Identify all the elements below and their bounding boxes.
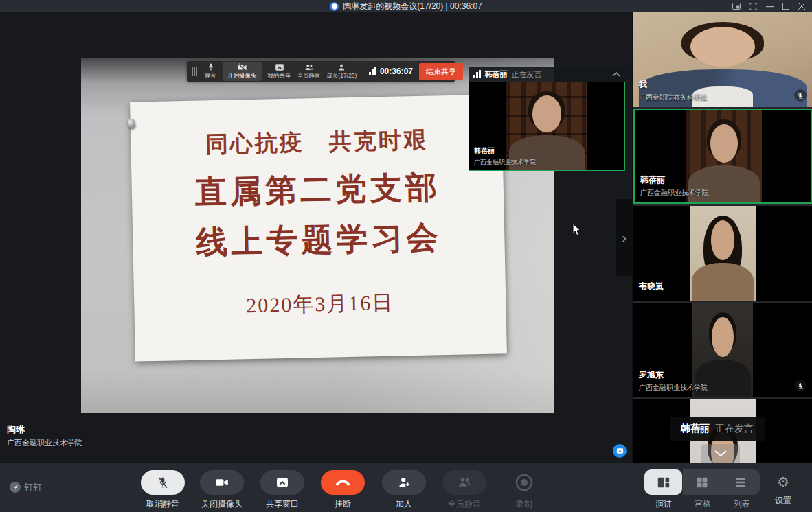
mute-all-button-footer[interactable]: 全员静音 [434, 470, 495, 510]
screen-share-badge-icon[interactable] [613, 444, 627, 458]
maximize-icon[interactable] [782, 3, 789, 10]
muted-mic-icon [794, 380, 807, 392]
scroll-down-chevron-icon[interactable] [701, 444, 740, 463]
mute-all-button[interactable]: 全员静音 [297, 63, 321, 80]
speaker-pip: 韩蓓丽 正在发言 韩蓓丽 广西金融职业技术学院 [469, 67, 625, 171]
settings-label: 设置 [764, 495, 802, 507]
pip-overlay-name: 韩蓓丽 [474, 146, 536, 156]
participant-tile[interactable]: 罗旭东 广西金融职业技术学院 [633, 303, 812, 397]
speaking-volume-icon [473, 70, 481, 78]
picture-in-picture-icon[interactable] [732, 3, 741, 10]
add-person-label: 加人 [374, 498, 434, 510]
title-bar: 陶琳发起的视频会议(17/20) | 00:36:07 [0, 0, 812, 12]
hang-up-button[interactable]: 挂断 [313, 470, 373, 510]
drag-handle-icon[interactable] [191, 67, 199, 76]
close-icon[interactable] [798, 3, 805, 10]
participant-name: 我 [639, 79, 708, 91]
participant-info: 罗旭东 广西金融职业技术学院 [639, 369, 708, 393]
brand-label: 钉钉 [24, 481, 42, 493]
participant-info: 韦晓岚 [639, 281, 664, 292]
members-button[interactable]: 成员(17/20) [327, 63, 357, 80]
participant-org: 广西金融职业技术学院 [639, 383, 708, 393]
grid-view-icon [696, 476, 708, 489]
participant-tile[interactable]: 韦晓岚 [633, 206, 812, 301]
participant-name: 韩蓓丽 [640, 174, 709, 186]
share-window-label: 共享窗口 [252, 498, 313, 510]
camera-icon [214, 477, 229, 488]
participant-name: 罗旭东 [639, 369, 708, 381]
minimize-icon[interactable] [766, 3, 774, 10]
mic-slash-icon [157, 476, 169, 489]
mute-button[interactable]: 静音 [205, 62, 216, 80]
record-icon [514, 472, 534, 493]
list-view-icon [734, 478, 747, 487]
view-list-option[interactable] [721, 469, 760, 495]
participant-sidebar: 我 广西金职院教务科研处 韩蓓丽 广西金融职业技术学院 韦晓岚 [633, 12, 812, 463]
pip-speaker-name: 韩蓓丽 [485, 69, 508, 80]
settings-button[interactable]: ⚙ 设置 [764, 469, 802, 507]
control-bar: 钉钉 取消静音 关闭摄像头 共享窗口 挂断 [0, 463, 812, 512]
fullscreen-icon[interactable] [749, 3, 757, 10]
share-screen-icon [275, 477, 289, 488]
mute-label: 静音 [205, 72, 216, 80]
view-list-label: 列表 [723, 498, 761, 510]
participant-org: 广西金职院教务科研处 [639, 93, 708, 102]
meeting-security-icon [330, 2, 339, 11]
participant-info: 我 广西金职院教务科研处 [639, 79, 708, 102]
signal-bars-icon [369, 67, 376, 75]
camera-on-button[interactable]: 开启摄像头 [223, 62, 262, 81]
chevron-up-icon[interactable] [612, 72, 620, 77]
meeting-timer: 00:36:07 [369, 67, 413, 76]
add-person-button[interactable]: 加人 [374, 470, 434, 510]
participant-video [690, 206, 756, 301]
muted-mic-icon [794, 89, 807, 102]
mute-all-label: 全员静音 [297, 72, 321, 80]
end-share-button[interactable]: 结束共享 [419, 63, 463, 80]
toast-speaker-name: 韩蓓丽 [681, 423, 710, 435]
share-toolbar: 静音 开启摄像头 我的共享 全员静音 成员(17/20) 00:36:07 [187, 61, 455, 82]
my-share-button[interactable]: 我的共享 [268, 63, 291, 80]
hang-up-phone-icon [335, 478, 350, 487]
gear-icon: ⚙ [764, 469, 802, 495]
timer-value: 00:36:07 [380, 67, 413, 76]
members-label: 成员(17/20) [327, 72, 357, 80]
view-speaker-label: 演讲 [644, 498, 683, 510]
slide-title-line2: 线上专题学习会 [133, 220, 505, 259]
main-stage: 同心抗疫 共克时艰 直属第二党支部 线上专题学习会 2020年3月16日 静音 … [0, 12, 632, 463]
window-controls [732, 0, 805, 12]
presentation-slide: 同心抗疫 共克时艰 直属第二党支部 线上专题学习会 2020年3月16日 [130, 94, 507, 361]
slide-heading: 同心抗疫 共克时艰 [130, 94, 503, 161]
pip-video[interactable]: 韩蓓丽 广西金融职业技术学院 [469, 82, 625, 171]
presenter-org: 广西金融职业技术学院 [7, 438, 82, 448]
dingtalk-logo-icon [10, 482, 21, 493]
view-mode-switch [644, 469, 760, 495]
window-title: 陶琳发起的视频会议(17/20) | 00:36:07 [343, 1, 482, 12]
mute-all-icon [458, 476, 471, 489]
participant-org: 广西金融职业技术学院 [640, 188, 709, 198]
speaking-toast: 韩蓓丽 正在发言 [670, 417, 765, 441]
sidebar-collapse-handle[interactable]: › [616, 199, 632, 276]
view-speaker-option[interactable] [644, 469, 683, 495]
meeting-window: 陶琳发起的视频会议(17/20) | 00:36:07 同心抗疫 [0, 0, 812, 512]
toast-status: 正在发言 [715, 423, 754, 435]
pip-overlay-org: 广西金融职业技术学院 [474, 158, 536, 167]
pip-speaking-status: 正在发言 [512, 69, 609, 80]
participant-tile-self[interactable]: 我 广西金职院教务科研处 [633, 12, 812, 107]
share-window-button[interactable]: 共享窗口 [252, 470, 313, 510]
my-share-label: 我的共享 [268, 72, 291, 80]
dingtalk-brand: 钉钉 [10, 481, 42, 493]
add-person-icon [398, 476, 410, 489]
camera-off-button[interactable]: 关闭摄像头 [192, 470, 252, 510]
participant-info: 韩蓓丽 广西金融职业技术学院 [640, 174, 709, 198]
unmute-button[interactable]: 取消静音 [133, 470, 193, 510]
presenter-name: 陶琳 [7, 423, 82, 436]
window-title-group: 陶琳发起的视频会议(17/20) | 00:36:07 [330, 1, 482, 12]
participant-tile-speaker[interactable]: 韩蓓丽 广西金融职业技术学院 [633, 109, 812, 204]
slide-title-line1: 直属第二党支部 [131, 170, 504, 209]
view-grid-option[interactable] [683, 469, 721, 495]
record-button[interactable]: 录制 [494, 470, 554, 510]
mouse-cursor [572, 223, 581, 236]
record-label: 录制 [494, 498, 554, 510]
pip-header: 韩蓓丽 正在发言 [469, 67, 625, 82]
camera-off-label: 关闭摄像头 [192, 498, 252, 510]
